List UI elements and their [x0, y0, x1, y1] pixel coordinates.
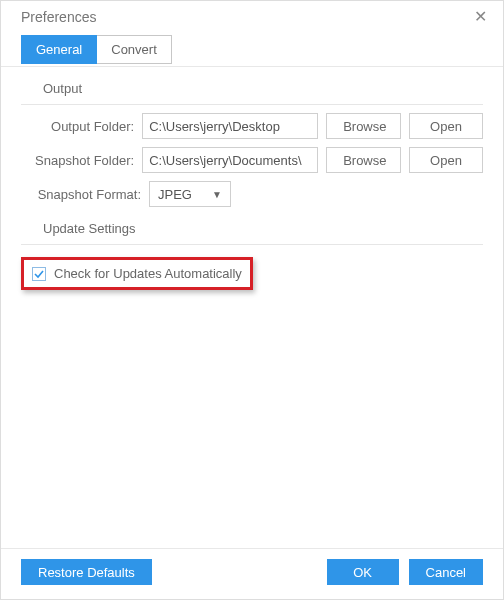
update-section-label: Update Settings: [43, 221, 483, 236]
snapshot-format-row: Snapshot Format: JPEG ▼: [21, 181, 483, 207]
snapshot-format-value: JPEG: [158, 187, 192, 202]
tab-bar: General Convert: [1, 31, 503, 64]
snapshot-format-select[interactable]: JPEG ▼: [149, 181, 231, 207]
tab-convert[interactable]: Convert: [97, 35, 172, 64]
restore-defaults-button[interactable]: Restore Defaults: [21, 559, 152, 585]
open-output-button[interactable]: Open: [409, 113, 483, 139]
browse-output-button[interactable]: Browse: [326, 113, 401, 139]
auto-update-checkbox[interactable]: [32, 267, 46, 281]
browse-snapshot-button[interactable]: Browse: [326, 147, 401, 173]
output-section-label: Output: [43, 81, 483, 96]
open-snapshot-button[interactable]: Open: [409, 147, 483, 173]
output-folder-row: Output Folder: Browse Open: [21, 113, 483, 139]
content-area: Output Output Folder: Browse Open Snapsh…: [1, 67, 503, 300]
dialog-footer: Restore Defaults OK Cancel: [1, 548, 503, 599]
check-icon: [34, 269, 44, 279]
update-section: Update Settings Check for Updates Automa…: [21, 221, 483, 290]
output-section-rule: [21, 104, 483, 105]
snapshot-folder-input[interactable]: [142, 147, 318, 173]
ok-button[interactable]: OK: [327, 559, 399, 585]
dialog-header: Preferences ✕: [1, 1, 503, 31]
cancel-button[interactable]: Cancel: [409, 559, 483, 585]
snapshot-format-label: Snapshot Format:: [21, 187, 149, 202]
footer-right: OK Cancel: [327, 559, 483, 585]
update-section-rule: [21, 244, 483, 245]
output-folder-input[interactable]: [142, 113, 318, 139]
output-folder-label: Output Folder:: [21, 119, 142, 134]
snapshot-folder-row: Snapshot Folder: Browse Open: [21, 147, 483, 173]
close-icon[interactable]: ✕: [474, 9, 487, 25]
update-highlight: Check for Updates Automatically: [21, 257, 253, 290]
tab-general[interactable]: General: [21, 35, 97, 64]
dialog-title: Preferences: [21, 9, 96, 25]
chevron-down-icon: ▼: [212, 189, 222, 200]
snapshot-folder-label: Snapshot Folder:: [21, 153, 142, 168]
auto-update-label: Check for Updates Automatically: [54, 266, 242, 281]
